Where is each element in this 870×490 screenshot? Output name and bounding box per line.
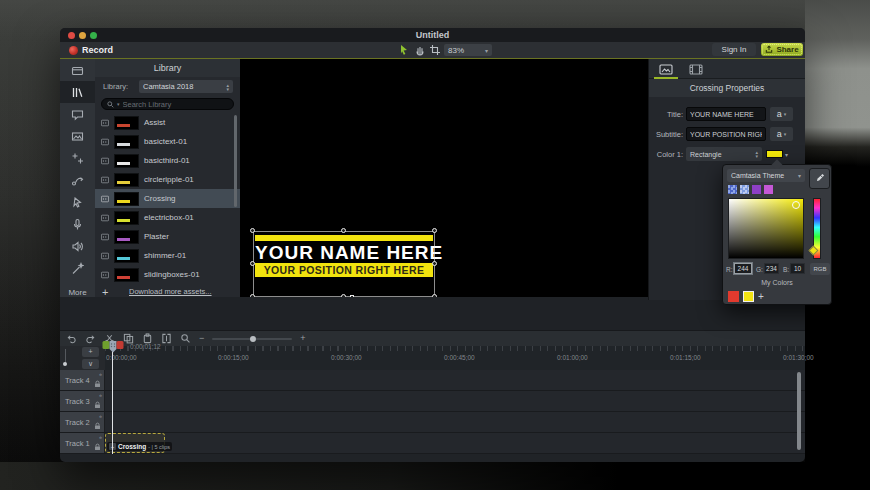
pan-hand-icon[interactable] — [414, 44, 426, 56]
theme-swatch[interactable] — [764, 185, 773, 194]
sidebar-item-voice-narration[interactable] — [60, 213, 95, 235]
timeline-ruler[interactable]: 0:00:00;00 0:00:15;00 0:00:30;00 0:00:45… — [105, 346, 805, 370]
undo-button[interactable] — [66, 333, 77, 344]
share-button[interactable]: Share — [761, 43, 803, 56]
saved-color-swatch-selected[interactable] — [743, 291, 754, 302]
track-resize-icon[interactable]: ‹› — [99, 371, 101, 377]
lock-icon[interactable] — [94, 422, 101, 430]
color-target-select[interactable]: Rectangle ▴▾ — [686, 147, 762, 161]
selection-handle[interactable] — [341, 228, 346, 233]
library-scrollbar[interactable] — [234, 115, 237, 207]
title-input[interactable] — [686, 107, 766, 121]
title-font-button[interactable]: a▾ — [770, 107, 793, 121]
track-height-knob[interactable] — [63, 362, 67, 366]
tab-media-properties[interactable] — [684, 61, 708, 77]
edit-cursor-icon[interactable] — [398, 44, 410, 56]
track-header[interactable]: Track 1 ‹› — [60, 433, 105, 453]
theme-swatch[interactable] — [728, 185, 737, 194]
track-header[interactable]: Track 3 ‹› — [60, 391, 105, 411]
library-item-basictext[interactable]: basictext-01 — [95, 132, 240, 151]
track-header[interactable]: Track 4 ‹› — [60, 370, 105, 390]
chevron-down-icon: ▾ — [784, 131, 787, 137]
timeline-zoom-icon[interactable] — [180, 333, 191, 344]
color-selector-ring[interactable] — [792, 201, 800, 209]
search-input[interactable] — [123, 100, 228, 109]
sidebar-item-behaviors[interactable] — [60, 147, 95, 169]
close-icon[interactable] — [68, 32, 75, 39]
subtitle-font-button[interactable]: a▾ — [770, 127, 793, 141]
saved-color-swatch[interactable] — [728, 291, 739, 302]
track-resize-icon[interactable]: ‹› — [99, 392, 101, 398]
selection-bounding-box[interactable] — [253, 231, 435, 297]
library-item-plaster[interactable]: Plaster — [95, 227, 240, 246]
track-resize-icon[interactable]: ‹› — [99, 434, 101, 440]
library-item-shimmer[interactable]: shimmer-01 — [95, 246, 240, 265]
lock-icon[interactable] — [94, 401, 101, 409]
collapse-tracks-button[interactable]: ∨ — [82, 359, 99, 369]
sidebar-more-label[interactable]: More — [60, 288, 95, 297]
theme-swatch[interactable] — [752, 185, 761, 194]
minimize-icon[interactable] — [79, 32, 86, 39]
library-item-circleripple[interactable]: circleripple-01 — [95, 170, 240, 189]
library-item-basicthird[interactable]: basicthird-01 — [95, 151, 240, 170]
zoom-out-button[interactable]: − — [199, 334, 204, 343]
record-button[interactable]: Record — [69, 42, 113, 58]
download-assets-link[interactable]: Download more assets... — [129, 287, 212, 296]
add-track-button[interactable]: + — [82, 347, 99, 357]
track-header[interactable]: Track 2 ‹› — [60, 412, 105, 432]
sidebar-item-media[interactable] — [60, 59, 95, 81]
sidebar-item-audio-effects[interactable] — [60, 235, 95, 257]
microphone-icon — [71, 218, 84, 231]
clip-thumbnail — [114, 192, 139, 206]
sign-in-button[interactable]: Sign In — [712, 43, 756, 56]
sidebar-item-transitions[interactable] — [60, 125, 95, 147]
sidebar-item-annotations[interactable] — [60, 103, 95, 125]
lock-icon[interactable] — [94, 380, 101, 388]
playhead-line[interactable] — [112, 346, 113, 454]
selection-handle[interactable] — [250, 261, 255, 266]
blue-value-input[interactable] — [790, 263, 805, 274]
eyedropper-button[interactable] — [809, 168, 830, 189]
zoom-in-button[interactable]: + — [300, 334, 305, 343]
library-item-assist[interactable]: Assist — [95, 113, 240, 132]
sidebar-item-library[interactable] — [60, 81, 95, 103]
add-color-button[interactable]: + — [758, 291, 764, 302]
sidebar-item-cursor-effects[interactable] — [60, 191, 95, 213]
sidebar-item-animations[interactable] — [60, 169, 95, 191]
split-button[interactable] — [161, 333, 172, 344]
transitions-icon — [71, 130, 84, 143]
tab-visual-properties[interactable] — [654, 61, 678, 77]
selection-handle[interactable] — [250, 228, 255, 233]
timeline-scrollbar[interactable] — [797, 372, 801, 450]
rgb-mode-button[interactable]: RGB — [810, 263, 830, 275]
library-search-field[interactable]: ▾ — [101, 98, 234, 110]
red-value-input[interactable] — [734, 263, 752, 274]
clip-badge-icon — [101, 252, 109, 260]
selection-handle[interactable] — [432, 228, 437, 233]
library-item-slidingboxes[interactable]: slidingboxes-01 — [95, 265, 240, 284]
selection-handle[interactable] — [432, 261, 437, 266]
canvas-zoom-select[interactable]: 83% ▾ — [444, 44, 492, 56]
sidebar-item-visual-effects[interactable] — [60, 257, 95, 279]
color-theme-select[interactable]: Camtasia Theme ▾ — [727, 169, 805, 182]
theme-swatch[interactable] — [740, 185, 749, 194]
library-collection-select[interactable]: Camtasia 2018 ▴▾ — [139, 80, 233, 93]
redo-button[interactable] — [85, 333, 96, 344]
library-field-label: Library: — [103, 82, 128, 91]
canvas[interactable]: YOUR NAME HERE YOUR POSITION RIGHT HERE — [240, 59, 648, 297]
green-value-input[interactable] — [764, 263, 779, 274]
playhead-head[interactable] — [102, 340, 124, 353]
fullscreen-icon[interactable] — [90, 32, 97, 39]
library-item-electricbox[interactable]: electricbox-01 — [95, 208, 240, 227]
subtitle-input[interactable] — [686, 127, 766, 141]
timeline-zoom-slider[interactable] — [212, 338, 292, 340]
saturation-brightness-picker[interactable] — [728, 198, 804, 259]
out-point-handle — [117, 341, 124, 349]
crop-icon[interactable] — [429, 44, 441, 56]
lock-icon[interactable] — [94, 443, 101, 451]
timeline-clip-crossing[interactable]: + Crossing - | 5 clips — [105, 433, 165, 453]
color-swatch-button[interactable]: ▾ — [766, 147, 793, 161]
track-resize-icon[interactable]: ‹› — [99, 413, 101, 419]
timeline-zoom-knob[interactable] — [250, 336, 256, 342]
library-item-crossing[interactable]: Crossing — [95, 189, 240, 208]
